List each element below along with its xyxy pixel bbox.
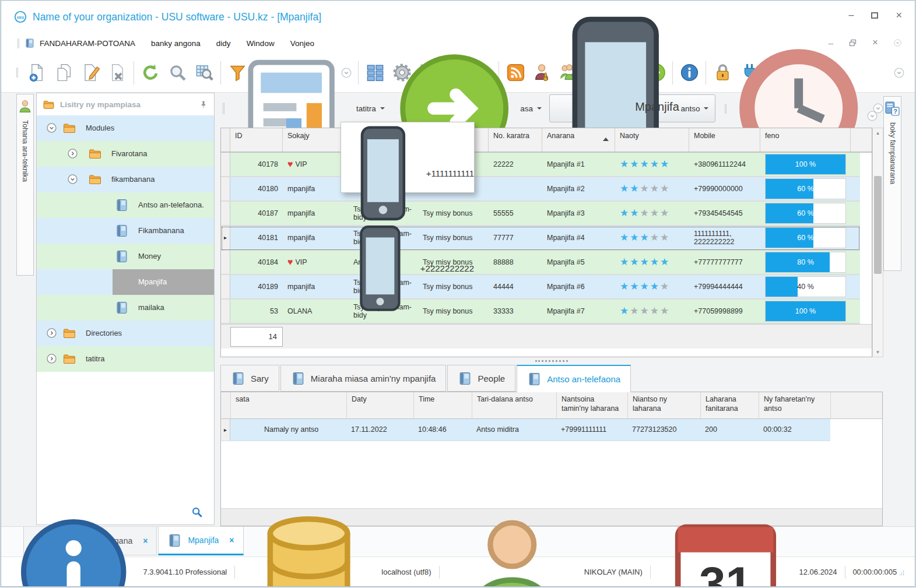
horizontal-splitter[interactable] [218, 357, 885, 365]
toolbar-separator [134, 61, 134, 84]
search-icon [167, 62, 188, 83]
folder-icon [62, 326, 76, 340]
book-icon [291, 371, 306, 386]
lock-button[interactable] [709, 59, 736, 87]
expand-closed-icon[interactable] [46, 328, 57, 339]
record-toolbar-grip[interactable] [223, 103, 224, 114]
scrollbar-thumb[interactable] [874, 176, 882, 274]
mdi-close-button[interactable]: × [872, 37, 878, 48]
progress-bar: 80 % [765, 252, 846, 273]
detail-tab-antso-an-telefaona[interactable]: Antso an-telefaona [517, 365, 631, 392]
copy-record-button[interactable] [50, 59, 77, 87]
progress-label: 100 % [766, 301, 845, 321]
mdi-windows-list-button[interactable] [893, 38, 902, 47]
progress-label: 60 % [766, 179, 845, 199]
detail-tab-sary[interactable]: Sary [220, 365, 279, 392]
menu-didy[interactable]: didy [216, 39, 231, 48]
minimize-button[interactable]: – [849, 10, 854, 20]
expand-closed-icon[interactable] [67, 148, 78, 159]
about-button[interactable] [676, 59, 703, 87]
column-header-naoty[interactable]: Naoty [615, 128, 689, 152]
column-header-sokajy[interactable]: Sokajy [283, 128, 349, 152]
new-record-button[interactable] [23, 59, 50, 87]
menubar-grip[interactable] [17, 38, 19, 48]
calls-column-header-niantso-ny-laharana[interactable]: Niantso ny laharana [628, 392, 701, 418]
expand-closed-icon[interactable] [46, 353, 57, 364]
calls-column-header-nantsoina-tamin-ny-laharana[interactable]: Nantsoina tamin'ny laharana [557, 392, 628, 418]
menu-fandaharam-potoana[interactable]: FANDAHARAM-POTOANA [40, 39, 135, 48]
client-row-mpanjifa-7[interactable]: 53OLANATsy misy fihenam-bidyTsy misy bon… [221, 300, 860, 324]
client-row-mpanjifa-5[interactable]: 40184♥VIPAmin'ny yuanTsy misy bonus88888… [221, 251, 860, 275]
column-header-label: feno [765, 132, 779, 140]
search-button[interactable] [164, 59, 191, 87]
close-tab-button[interactable]: × [229, 536, 234, 545]
client-row-mpanjifa-4[interactable]: ▸40181mpanjifaTsy misy fihenam-bidyTsy m… [221, 226, 860, 251]
menu-banky-angona[interactable]: banky angona [151, 39, 201, 48]
maximize-button[interactable] [871, 12, 878, 19]
close-button[interactable]: × [896, 10, 902, 20]
column-header-anarana[interactable]: Anarana [542, 128, 615, 152]
column-header-id[interactable]: ID [230, 128, 283, 152]
detail-tab-people[interactable]: People [447, 365, 515, 392]
call-cell-tari: Antso miditra [472, 419, 556, 441]
book-icon [115, 224, 129, 238]
scroll-down-arrow[interactable]: ▼ [873, 347, 883, 357]
cell-card-number: 88888 [489, 251, 542, 274]
detail-tab-miaraha-miasa-amin-ny-mpanjifa[interactable]: Miaraha miasa amin'ny mpanjifa [280, 365, 447, 392]
calls-column-header-time[interactable]: Time [414, 392, 472, 418]
client-row-mpanjifa-3[interactable]: 40187mpanjifaTsy misy fihenam-bidyTsy mi… [221, 202, 860, 226]
tree-item-mailaka[interactable]: mailaka [37, 295, 214, 321]
grid-vertical-scrollbar[interactable]: ▲ ▼ [872, 128, 883, 357]
phone-number-option[interactable]: +2222222222 [341, 223, 474, 314]
client-row-mpanjifa-6[interactable]: 40189mpanjifaTsy misy fihenam-bidyTsy mi… [221, 275, 860, 300]
detail-panel: SaryMiaraha miasa amin'ny mpanjifaPeople… [220, 365, 883, 526]
client-row-mpanjifa-1[interactable]: 40178♥VIP22222Mpanjifa #1★★★★★+380961112… [221, 153, 860, 177]
edit-record-button[interactable] [77, 59, 104, 87]
expand-open-icon[interactable] [46, 122, 57, 133]
tree-item-fikambanana[interactable]: fikambanana [37, 167, 214, 192]
tree-item-directories[interactable]: Directories [37, 321, 214, 346]
column-header-feno[interactable]: feno [760, 128, 851, 152]
call-button[interactable]: antso [549, 94, 716, 122]
tree-item-antso-an-telefaona-[interactable]: Antso an-telefaona. [37, 192, 214, 218]
calls-column-header-laharana-fanitarana[interactable]: Laharana fanitarana [701, 392, 759, 418]
tutorial-side-tab[interactable]: ? boky fampianarana [883, 96, 901, 271]
tutorial-side-tab-label: boky fampianarana [889, 122, 897, 184]
panel-overflow-button[interactable] [864, 102, 881, 130]
cell-name: Mpanjifa #6 [542, 275, 615, 298]
delete-record-button[interactable] [104, 59, 131, 87]
tree-item-tatitra[interactable]: tatitra [37, 346, 214, 372]
tree-item-fivarotana[interactable]: Fivarotana [37, 141, 214, 167]
resize-grip[interactable] [897, 567, 906, 578]
scroll-up-arrow[interactable]: ▲ [873, 128, 883, 138]
calls-column-header-tari-dalana-antso[interactable]: Tari-dalana antso [472, 392, 557, 418]
pin-icon[interactable] [199, 100, 208, 109]
doc-copy-icon [54, 62, 74, 83]
sort-ascending-icon [603, 138, 609, 141]
calls-column-header-daty[interactable]: Daty [347, 392, 414, 418]
column-header-no-karatra[interactable]: No. karatra [489, 128, 542, 152]
toolbar-grip[interactable] [16, 68, 18, 78]
call-row[interactable]: ▸Namaly ny antso17.11.202210:48:46Antso … [221, 419, 830, 441]
phone-number-option[interactable]: +1111111111 [341, 124, 474, 223]
toolbar-overflow-button[interactable] [890, 59, 908, 87]
column-header-mobile[interactable]: Mobile [689, 128, 760, 152]
menu-vonjeo[interactable]: Vonjeo [290, 39, 314, 48]
tree-item-mpanjifa[interactable]: Mpanjifa [37, 269, 214, 295]
star-rating: ★★★★★ [620, 232, 670, 244]
tree-item-money[interactable]: Money [37, 244, 214, 269]
search-in-table-button[interactable] [191, 59, 217, 87]
tree-item-modules[interactable]: Modules [37, 115, 214, 141]
calls-column-header-sata[interactable]: sata [231, 392, 347, 418]
call-cell-time: 10:48:46 [413, 419, 472, 441]
menu-window[interactable]: Window [247, 39, 275, 48]
tree-item-fikambanana[interactable]: Fikambanana [37, 218, 214, 244]
doc-new-icon [27, 62, 47, 83]
calls-column-header-ny-faharetan-ny-antso[interactable]: Ny faharetan'ny antso [759, 392, 831, 418]
client-row-mpanjifa-2[interactable]: 40180mpanjifafihenam-bidyMpanjifa #2★★★★… [221, 177, 860, 202]
refresh-button[interactable] [137, 59, 164, 87]
call-button-label: antso [680, 104, 700, 113]
expand-open-icon[interactable] [67, 174, 78, 185]
tree-panel-title: Lisitry ny mpampiasa [60, 100, 194, 109]
support-side-tab[interactable]: Tohana ara-teknika [16, 94, 34, 276]
